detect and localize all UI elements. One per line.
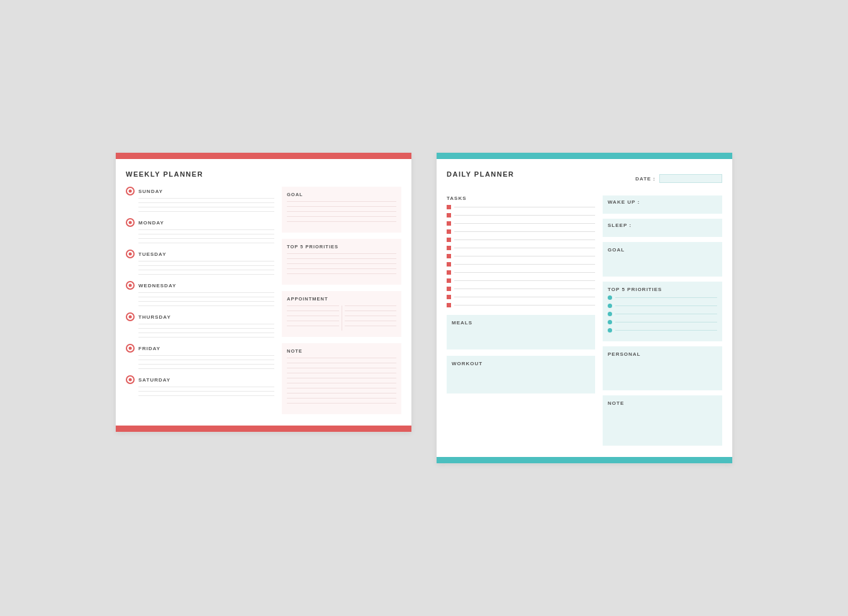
line [138,301,274,302]
line [138,292,274,293]
line [138,360,274,360]
task-row [447,246,595,250]
line [138,243,274,243]
wednesday-lines [126,292,274,306]
priority-dot [608,312,612,316]
note-section-daily: NOTE [603,395,722,446]
sleep-label: SLEEP : [608,223,717,228]
task-row [447,205,595,209]
line [138,387,274,387]
task-line [454,272,595,273]
meals-section: MEALS [447,315,595,349]
task-bullet [447,213,451,217]
wednesday-label: WEDNESDAY [138,283,176,289]
line [138,274,274,275]
daily-right-column: WAKE UP : SLEEP : GOAL TOP 5 PRIORITIES [603,195,722,446]
top5-section: TOP 5 PRIORITIES [282,239,401,285]
line [138,337,274,338]
line [287,388,396,388]
line [138,328,274,329]
priority-line [615,330,717,331]
appt-line [287,305,339,306]
task-bullet [447,229,451,234]
priority-row [608,328,717,333]
daily-planner-title: DAILY PLANNER [447,170,515,178]
thursday-lines [126,324,274,338]
appt-line [287,321,339,321]
appt-line [345,316,397,316]
day-section-thursday: THURSDAY [126,312,274,338]
friday-label: FRIDAY [138,346,160,351]
task-row [447,270,595,275]
task-bullet [447,221,451,226]
task-bullet [447,205,451,209]
line [287,221,396,222]
tuesday-circle [126,250,135,258]
task-line [454,231,595,232]
line [287,383,396,383]
date-box[interactable] [659,174,722,183]
monday-lines [126,229,274,243]
thursday-label: THURSDAY [138,314,171,320]
task-line [454,297,595,297]
line [138,265,274,266]
line [287,273,396,274]
workout-label: WORKOUT [452,361,590,366]
line [287,378,396,378]
day-section-tuesday: TUESDAY [126,250,274,275]
task-line [454,280,595,281]
note-label-daily: NOTE [608,400,717,406]
task-row [447,229,595,234]
line [287,398,396,399]
note-title: NOTE [287,348,396,354]
line [287,358,396,358]
saturday-lines [126,387,274,396]
task-row [447,262,595,267]
task-row [447,221,595,226]
task-row [447,295,595,299]
task-line [454,248,595,248]
appt-line [287,326,339,326]
day-header-thursday: THURSDAY [126,312,274,321]
wednesday-circle [126,281,135,290]
line [138,391,274,392]
sunday-lines [126,198,274,212]
appt-line [345,311,397,311]
top5-title: TOP 5 PRIORITIES [287,244,396,250]
line [287,393,396,393]
task-bullet [447,287,451,291]
line [138,324,274,324]
sunday-circle [126,187,135,195]
task-bullet [447,254,451,258]
line [287,206,396,207]
line [138,270,274,270]
day-header-tuesday: TUESDAY [126,250,274,258]
day-header-friday: FRIDAY [126,344,274,353]
day-header-sunday: SUNDAY [126,187,274,195]
line [138,364,274,365]
tasks-column: TASKS [447,195,595,446]
weekly-planner-title: WEEKLY PLANNER [126,170,401,178]
line [287,263,396,264]
task-line [454,256,595,256]
task-row [447,303,595,307]
goal-lines [287,201,396,222]
task-bullet [447,295,451,299]
day-section-sunday: SUNDAY [126,187,274,212]
wakeup-section: WAKE UP : [603,195,722,214]
task-line [454,289,595,289]
day-header-monday: MONDAY [126,218,274,227]
priority-dot [608,320,612,324]
task-row [447,238,595,242]
weekly-content: SUNDAY MONDAY [126,187,401,414]
saturday-label: SATURDAY [138,377,170,383]
task-row [447,278,595,283]
priority-dot [608,295,612,300]
appt-line [345,305,397,306]
tuesday-label: TUESDAY [138,251,167,257]
top5-lines [287,253,396,274]
line [138,261,274,261]
day-section-wednesday: WEDNESDAY [126,281,274,306]
task-line [454,215,595,216]
goal-section-daily: GOAL [603,242,722,277]
